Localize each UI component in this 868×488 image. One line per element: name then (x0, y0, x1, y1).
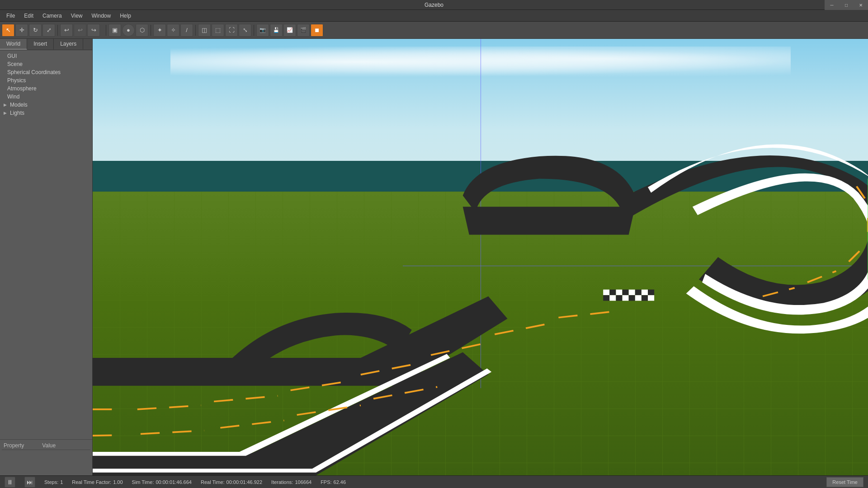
redo-button[interactable]: ↪ (87, 24, 100, 37)
fps-value: 62.46 (334, 479, 346, 485)
svg-rect-35 (648, 295, 654, 300)
restore-button[interactable]: □ (839, 0, 854, 10)
undo-button[interactable]: ↩ (60, 24, 73, 37)
tree-item-spherical[interactable]: Spherical Coordinates (0, 68, 92, 76)
svg-rect-34 (642, 295, 648, 300)
menu-view[interactable]: View (66, 12, 87, 20)
sidebar-tree: GUI Scene Spherical Coordinates Physics … (0, 50, 92, 439)
svg-rect-22 (616, 290, 622, 295)
pause-button[interactable]: ⏸ (5, 477, 15, 488)
svg-line-9 (141, 431, 204, 434)
sep2 (106, 25, 106, 36)
translate-tool-button[interactable]: ✛ (15, 24, 28, 37)
menu-camera[interactable]: Camera (38, 12, 66, 20)
svg-rect-32 (629, 295, 635, 300)
box-button[interactable]: ▣ (108, 24, 121, 37)
svg-rect-26 (642, 290, 648, 295)
svg-line-7 (558, 312, 609, 317)
menu-help[interactable]: Help (115, 12, 136, 20)
real-time-item: Real Time: 00:00:01:46.922 (201, 479, 262, 485)
statusbar: ⏸ ⏭ Steps: 1 Real Time Factor: 1.00 Sim … (0, 475, 868, 488)
steps-value: 1 (60, 479, 63, 485)
iterations-value: 106664 (295, 479, 311, 485)
tree-item-models-label: Models (10, 102, 28, 108)
tree-item-physics-label: Physics (7, 77, 26, 84)
tree-item-models[interactable]: ▶ Models (0, 101, 92, 109)
spot-light-button[interactable]: ✧ (167, 24, 179, 37)
fps-item: FPS: 62.46 (321, 479, 346, 485)
value-col-label: Value (42, 442, 56, 449)
titlebar-controls: ─ □ ✕ (825, 0, 868, 10)
sim-time-label: Sim Time: (132, 479, 154, 485)
svg-rect-27 (648, 290, 654, 295)
reset-time-button[interactable]: Reset Time (826, 477, 863, 487)
rtf-label: Real Time Factor: (72, 479, 111, 485)
svg-rect-28 (603, 295, 609, 300)
tree-item-physics[interactable]: Physics (0, 76, 92, 84)
svg-rect-30 (616, 295, 622, 300)
sidebar-properties: Property Value (0, 439, 92, 475)
svg-rect-29 (609, 295, 616, 300)
svg-rect-24 (629, 290, 635, 295)
color-active-button[interactable]: ■ (311, 24, 323, 37)
tool-c-button[interactable]: ⛶ (225, 24, 238, 37)
svg-rect-21 (609, 290, 616, 295)
graph-button[interactable]: 📈 (283, 24, 296, 37)
tool-b-button[interactable]: ⬚ (212, 24, 224, 37)
menu-file[interactable]: File (2, 12, 19, 20)
tree-item-gui[interactable]: GUI (0, 52, 92, 60)
tree-item-wind[interactable]: Wind (0, 93, 92, 101)
skip-button[interactable]: ⏭ (24, 477, 35, 488)
sep4 (195, 25, 196, 36)
dir-light-button[interactable]: / (180, 24, 193, 37)
sun-light-button[interactable]: ✦ (153, 24, 166, 37)
rtf-item: Real Time Factor: 1.00 (72, 479, 123, 485)
tab-insert[interactable]: Insert (27, 39, 54, 50)
svg-rect-33 (635, 295, 642, 300)
tab-layers[interactable]: Layers (54, 39, 83, 50)
tool-a-button[interactable]: ◫ (198, 24, 211, 37)
close-button[interactable]: ✕ (854, 0, 868, 10)
sim-time-value: 00:00:01:46.664 (156, 479, 192, 485)
tree-item-scene-label: Scene (7, 61, 23, 67)
tree-item-lights-label: Lights (10, 110, 24, 116)
rtf-value: 1.00 (113, 479, 123, 485)
real-time-value: 00:00:01:46.922 (226, 479, 263, 485)
video-button[interactable]: 🎬 (297, 24, 310, 37)
sim-time-item: Sim Time: 00:00:01:46.664 (132, 479, 192, 485)
app-title: Gazebo (425, 2, 443, 8)
tree-item-wind-label: Wind (7, 94, 19, 100)
menu-edit[interactable]: Edit (19, 12, 38, 20)
rotate-tool-button[interactable]: ↻ (29, 24, 42, 37)
viewport[interactable] (93, 39, 868, 475)
tree-item-lights[interactable]: ▶ Lights (0, 109, 92, 117)
sep3 (151, 25, 151, 36)
lights-arrow-icon: ▶ (4, 111, 8, 115)
cylinder-button[interactable]: ⬡ (136, 24, 148, 37)
tree-item-scene[interactable]: Scene (0, 60, 92, 68)
screenshot-button[interactable]: 📷 (256, 24, 269, 37)
menu-window[interactable]: Window (87, 12, 116, 20)
properties-header: Property Value (2, 441, 90, 450)
select-tool-button[interactable]: ↖ (2, 24, 14, 37)
scale-tool-button[interactable]: ⤢ (42, 24, 55, 37)
viewport-scene (93, 39, 868, 475)
svg-line-10 (220, 421, 284, 428)
fps-label: FPS: (321, 479, 331, 485)
tab-world[interactable]: World (0, 39, 27, 50)
tree-item-gui-label: GUI (7, 53, 17, 59)
tree-item-atmosphere[interactable]: Atmosphere (0, 84, 92, 93)
track-svg (93, 39, 868, 475)
sphere-button[interactable]: ● (122, 24, 135, 37)
sep1 (57, 25, 58, 36)
toolbar: ↖ ✛ ↻ ⤢ ↩ ↩ ↪ ▣ ● ⬡ ✦ ✧ / ◫ ⬚ ⛶ ⤡ 📷 💾 📈 … (0, 22, 868, 39)
tree-item-atmosphere-label: Atmosphere (7, 85, 37, 92)
tool-d-button[interactable]: ⤡ (239, 24, 251, 37)
property-col-label: Property (4, 442, 24, 449)
minimize-button[interactable]: ─ (825, 0, 839, 10)
svg-line-2 (214, 396, 278, 401)
sep5 (254, 25, 254, 36)
save-button[interactable]: 💾 (270, 24, 283, 37)
undo2-button[interactable]: ↩ (74, 24, 86, 37)
svg-rect-23 (623, 290, 629, 295)
